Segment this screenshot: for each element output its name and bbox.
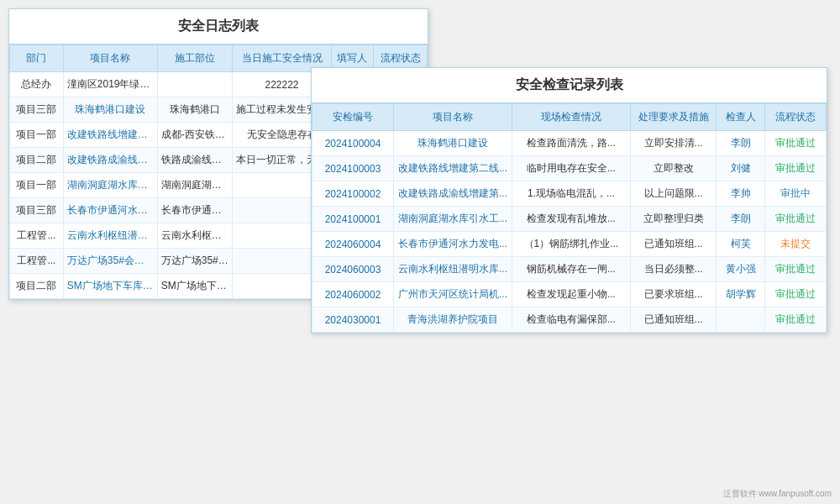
col-dept: 部门	[10, 45, 64, 72]
cell-dept: 工程管...	[10, 249, 64, 274]
cell-measure: 当日必须整...	[630, 257, 716, 282]
cell-location: 万达广场35#会...	[157, 249, 233, 274]
cell-id[interactable]: 2024060004	[312, 232, 394, 257]
cell-project[interactable]: 广州市天河区统计局机...	[394, 282, 512, 307]
safety-check-table: 安检编号 项目名称 现场检查情况 处理要求及措施 检查人 流程状态 202410…	[312, 103, 827, 333]
col-flow-status: 流程状态	[764, 104, 826, 131]
cell-id[interactable]: 2024030001	[312, 307, 394, 333]
cell-situation: 钢筋机械存在一闸...	[512, 257, 630, 282]
right-panel-title: 安全检查记录列表	[312, 68, 827, 103]
cell-status: 审批中	[764, 181, 826, 207]
cell-location: 云南水利枢纽潜...	[157, 223, 233, 249]
col-check-situation: 现场检查情况	[512, 104, 630, 131]
cell-situation: 检查临电有漏保部...	[512, 307, 630, 333]
cell-status: 审批通过	[764, 257, 826, 282]
cell-id[interactable]: 2024100001	[312, 207, 394, 232]
cell-situation: 检查发现起重小物...	[512, 282, 630, 307]
cell-situation: 检查路面清洗，路...	[512, 131, 630, 156]
cell-inspector: 刘健	[717, 156, 765, 181]
table-row: 2024030001青海洪湖养护院项目检查临电有漏保部...已通知班组...审批…	[312, 307, 827, 333]
cell-location: 珠海鹤港口	[157, 97, 233, 123]
cell-project[interactable]: 青海洪湖养护院项目	[394, 307, 512, 333]
cell-situation: 临时用电存在安全...	[512, 156, 630, 181]
cell-project: 潼南区2019年绿化补贴项...	[63, 72, 157, 97]
cell-status: 未提交	[764, 232, 826, 257]
cell-project[interactable]: 云南水利枢纽潜明水库...	[394, 257, 512, 282]
cell-location: SM广场地下车库	[157, 274, 233, 299]
cell-inspector: 李帅	[717, 181, 765, 207]
cell-project[interactable]: 长春市伊通河水力发电厂...	[63, 198, 157, 223]
cell-location: 铁路成渝线（成...	[157, 148, 233, 173]
cell-project[interactable]: 改建铁路线增建第二线直...	[63, 123, 157, 148]
cell-project[interactable]: 珠海鹤港口建设	[63, 97, 157, 123]
cell-project[interactable]: 改建铁路成渝线增建第二...	[63, 148, 157, 173]
right-panel: 安全检查记录列表 安检编号 项目名称 现场检查情况 处理要求及措施 检查人 流程…	[311, 67, 827, 333]
cell-status: 审批通过	[764, 307, 826, 333]
cell-dept: 项目三部	[10, 198, 64, 223]
cell-location: 成都-西安铁路...	[157, 123, 233, 148]
cell-dept: 项目二部	[10, 148, 64, 173]
cell-inspector: 李朗	[717, 207, 765, 232]
table-row: 2024100003改建铁路线增建第二线...临时用电存在安全...立即整改刘健…	[312, 156, 827, 181]
cell-situation: 检查发现有乱堆放...	[512, 207, 630, 232]
cell-measure: 已通知班组...	[630, 232, 716, 257]
cell-dept: 项目一部	[10, 123, 64, 148]
cell-project[interactable]: SM广场地下车库更换摄...	[63, 274, 157, 299]
cell-inspector: 李朗	[717, 131, 765, 156]
cell-project[interactable]: 改建铁路成渝线增建第...	[394, 181, 512, 207]
cell-project[interactable]: 云南水利枢纽潜明水库一...	[63, 223, 157, 249]
col-project-name: 项目名称	[394, 104, 512, 131]
cell-location: 湖南洞庭湖水库	[157, 173, 233, 198]
cell-situation: 1.现场临电混乱，...	[512, 181, 630, 207]
cell-id[interactable]: 2024100002	[312, 181, 394, 207]
table-row: 2024100001湖南洞庭湖水库引水工...检查发现有乱堆放...立即整理归类…	[312, 207, 827, 232]
cell-dept: 工程管...	[10, 223, 64, 249]
cell-inspector: 柯芙	[717, 232, 765, 257]
table-row: 2024060002广州市天河区统计局机...检查发现起重小物...已要求班组.…	[312, 282, 827, 307]
col-project: 项目名称	[63, 45, 157, 72]
col-inspector: 检查人	[717, 104, 765, 131]
cell-location: 长春市伊通河水...	[157, 198, 233, 223]
cell-id[interactable]: 2024060003	[312, 257, 394, 282]
cell-project[interactable]: 湖南洞庭湖水库引水工...	[394, 207, 512, 232]
cell-project[interactable]: 长春市伊通河水力发电...	[394, 232, 512, 257]
cell-location	[157, 72, 233, 97]
cell-status: 审批通过	[764, 282, 826, 307]
cell-inspector	[717, 307, 765, 333]
cell-project[interactable]: 改建铁路线增建第二线...	[394, 156, 512, 181]
cell-measure: 立即安排清...	[630, 131, 716, 156]
cell-measure: 已通知班组...	[630, 307, 716, 333]
table-row: 2024060004长春市伊通河水力发电...（1）钢筋绑扎作业...已通知班组…	[312, 232, 827, 257]
cell-status: 审批通过	[764, 156, 826, 181]
col-location: 施工部位	[157, 45, 233, 72]
cell-project[interactable]: 湖南洞庭湖水库引水工程...	[63, 173, 157, 198]
cell-dept: 总经办	[10, 72, 64, 97]
cell-id[interactable]: 2024060002	[312, 282, 394, 307]
cell-situation: （1）钢筋绑扎作业...	[512, 232, 630, 257]
cell-id[interactable]: 2024100004	[312, 131, 394, 156]
cell-measure: 立即整改	[630, 156, 716, 181]
cell-id[interactable]: 2024100003	[312, 156, 394, 181]
cell-inspector: 黄小强	[717, 257, 765, 282]
table-row: 2024100002改建铁路成渝线增建第...1.现场临电混乱，...以上问题限…	[312, 181, 827, 207]
cell-status: 审批通过	[764, 207, 826, 232]
table-row: 2024060003云南水利枢纽潜明水库...钢筋机械存在一闸...当日必须整.…	[312, 257, 827, 282]
watermark: 泛普软件 www.fanpusoft.com	[723, 488, 832, 500]
right-table-header-row: 安检编号 项目名称 现场检查情况 处理要求及措施 检查人 流程状态	[312, 104, 827, 131]
cell-dept: 项目一部	[10, 173, 64, 198]
cell-status: 审批通过	[764, 131, 826, 156]
cell-dept: 项目三部	[10, 97, 64, 123]
cell-project[interactable]: 万达广场35#会所及咖啡...	[63, 249, 157, 274]
cell-dept: 项目二部	[10, 274, 64, 299]
col-measure: 处理要求及措施	[630, 104, 716, 131]
cell-measure: 立即整理归类	[630, 207, 716, 232]
cell-inspector: 胡学辉	[717, 282, 765, 307]
col-id: 安检编号	[312, 104, 394, 131]
cell-measure: 已要求班组...	[630, 282, 716, 307]
cell-project[interactable]: 珠海鹤港口建设	[394, 131, 512, 156]
cell-measure: 以上问题限...	[630, 181, 716, 207]
table-row: 2024100004珠海鹤港口建设检查路面清洗，路...立即安排清...李朗审批…	[312, 131, 827, 156]
left-panel-title: 安全日志列表	[9, 9, 428, 45]
